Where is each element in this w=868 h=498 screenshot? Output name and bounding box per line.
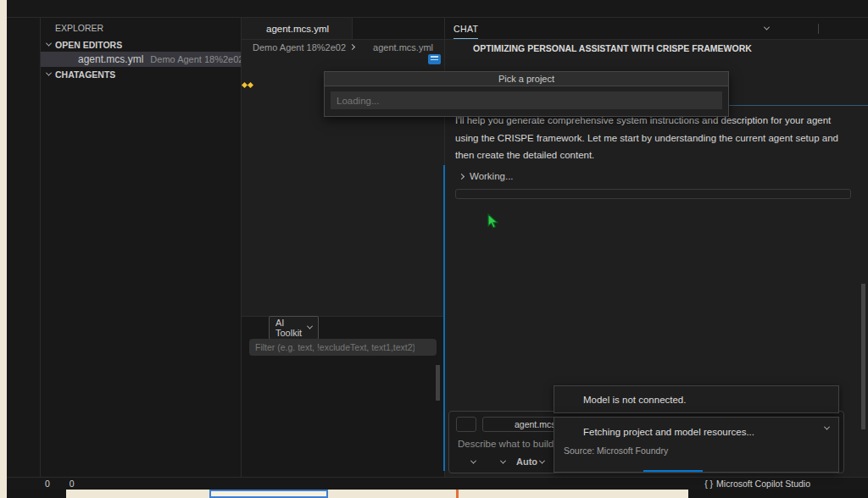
toggle-secondary-sidebar-icon[interactable] xyxy=(764,3,776,14)
copilot-status-icon[interactable] xyxy=(823,478,835,490)
tools-picker[interactable] xyxy=(487,456,505,468)
filter-icon[interactable] xyxy=(419,341,431,353)
editor-tab-strip: agent.mcs.yml xyxy=(242,18,444,40)
chat-session-title: OPTIMIZING PERSONAL ASSISTANT WITH CRISP… xyxy=(473,43,752,53)
working-toggle[interactable]: Working... xyxy=(453,171,854,181)
attach-context-button[interactable] xyxy=(456,417,476,432)
log-filter[interactable] xyxy=(249,339,437,356)
model-picker[interactable]: Auto xyxy=(516,456,544,467)
tab-label: agent.mcs.yml xyxy=(266,24,329,34)
error-icon xyxy=(33,479,43,489)
chat-tab-strip: CHAT xyxy=(445,18,868,40)
expand-chat-icon[interactable] xyxy=(827,23,839,35)
mode-picker[interactable] xyxy=(457,456,476,468)
new-chat-icon[interactable] xyxy=(744,23,756,35)
monitor-icon xyxy=(457,456,469,468)
sash-highlight[interactable] xyxy=(443,165,445,471)
breadcrumb-folder[interactable]: Demo Agent 18%2e02 xyxy=(253,42,346,53)
copilot-file-icon xyxy=(249,23,261,35)
output-panel: AI Toolkit xyxy=(242,316,444,477)
breadcrumb[interactable]: Demo Agent 18%2e02 agent.mcs.yml xyxy=(242,40,444,54)
copilot-file-icon xyxy=(62,53,74,65)
editor-actions-icon[interactable] xyxy=(425,23,437,35)
chat-settings-icon[interactable] xyxy=(777,23,789,35)
back-icon[interactable] xyxy=(454,42,466,54)
chevron-right-icon xyxy=(459,174,465,180)
panel-more-icon[interactable] xyxy=(385,322,397,334)
customize-layout-icon[interactable] xyxy=(690,3,702,14)
breadcrumb-file[interactable]: agent.mcs.yml xyxy=(373,42,433,53)
mouse-cursor xyxy=(487,213,502,234)
tab-chat[interactable]: CHAT xyxy=(453,18,478,39)
toast-text: Fetching project and model resources... xyxy=(583,427,754,437)
output-log xyxy=(242,357,444,477)
window-controls xyxy=(690,3,868,14)
log-filter-input[interactable] xyxy=(255,342,415,352)
menu-more-icon[interactable] xyxy=(32,3,44,14)
desktop-strip xyxy=(688,490,868,498)
chatagents-label: CHATAGENTS xyxy=(55,69,115,80)
close-chat-icon[interactable] xyxy=(848,23,860,35)
toast-model-not-connected[interactable]: Model is not connected. xyxy=(554,385,839,413)
toggle-panel-icon[interactable] xyxy=(739,3,751,14)
tab-agent-mcs-yml[interactable]: agent.mcs.yml xyxy=(242,18,353,39)
maximize-panel-icon[interactable] xyxy=(412,322,424,334)
open-editors-section[interactable]: OPEN EDITORS xyxy=(41,37,241,52)
open-editors-label: OPEN EDITORS xyxy=(55,40,122,50)
braces-icon: { } xyxy=(704,479,713,489)
chatagents-section[interactable]: CHATAGENTS xyxy=(41,67,241,81)
quick-input-text[interactable] xyxy=(337,96,716,106)
chevron-down-icon[interactable] xyxy=(824,424,830,430)
open-in-editor-icon[interactable] xyxy=(847,42,859,54)
chat-session-header: OPTIMIZING PERSONAL ASSISTANT WITH CRISP… xyxy=(445,40,868,57)
chevron-right-icon xyxy=(349,44,355,50)
explorer-title: EXPLORER xyxy=(55,23,103,33)
screen: EXPLORER OPEN EDITORS agent.mcs.yml Demo… xyxy=(0,0,868,498)
notifications-bell-icon[interactable] xyxy=(848,478,860,490)
chat-scrollbar[interactable] xyxy=(861,284,865,429)
lock-scroll-icon[interactable] xyxy=(346,322,358,334)
split-editor-icon[interactable] xyxy=(404,23,416,35)
close-window-button[interactable] xyxy=(844,3,856,14)
restore-button[interactable] xyxy=(820,3,832,14)
title-bar xyxy=(7,0,868,18)
panel-scrollbar[interactable] xyxy=(436,365,440,401)
toggle-sidebar-icon[interactable] xyxy=(715,3,726,14)
chevron-down-icon xyxy=(46,70,52,76)
status-bar: 0 0 { } Microsoft Copilot Studio xyxy=(7,477,868,490)
output-channel-select[interactable]: AI Toolkit xyxy=(269,316,319,340)
language-mode[interactable]: { } Microsoft Copilot Studio xyxy=(704,479,810,489)
open-editor-name: agent.mcs.yml xyxy=(78,53,143,65)
panel-overflow-icon[interactable] xyxy=(249,322,261,334)
close-panel-icon[interactable] xyxy=(431,322,443,334)
open-editor-desc: Demo Agent 18%2e02 xyxy=(150,54,241,64)
problems-errors[interactable]: 0 xyxy=(33,479,50,489)
explorer-actions-icon[interactable] xyxy=(220,22,232,34)
copilot-file-icon xyxy=(359,42,369,53)
chat-input-placeholder[interactable]: Describe what to build ne xyxy=(458,439,567,449)
quick-input-field[interactable] xyxy=(331,91,722,109)
close-editor-icon[interactable] xyxy=(47,54,58,64)
close-tab-icon[interactable] xyxy=(334,24,344,34)
minimize-button[interactable] xyxy=(795,3,807,14)
panel-header: AI Toolkit xyxy=(242,317,444,338)
remote-indicator-icon[interactable] xyxy=(15,479,25,489)
toast-fetching-resources[interactable]: Fetching project and model resources... … xyxy=(554,417,839,473)
error-icon xyxy=(564,394,576,406)
notification-settings-icon[interactable] xyxy=(804,426,816,438)
chat-more-icon[interactable] xyxy=(798,23,810,35)
activity-bar xyxy=(7,18,41,477)
paperclip-icon xyxy=(461,419,471,429)
open-log-file-icon[interactable] xyxy=(326,322,338,334)
panel-settings-icon[interactable] xyxy=(365,322,377,334)
output-channel-label: AI Toolkit xyxy=(275,318,302,338)
desktop-strip-highlight xyxy=(209,490,328,498)
chevron-down-icon[interactable] xyxy=(764,25,770,30)
warning-icon xyxy=(58,479,68,489)
problems-warnings[interactable]: 0 xyxy=(58,479,75,489)
quick-input-pick-project[interactable]: Pick a project xyxy=(324,71,729,117)
file-tree xyxy=(41,81,241,477)
toast-text: Model is not connected. xyxy=(583,395,686,405)
open-editor-item[interactable]: agent.mcs.yml Demo Agent 18%2e02 xyxy=(41,52,241,67)
slash-circle-icon xyxy=(487,456,498,468)
